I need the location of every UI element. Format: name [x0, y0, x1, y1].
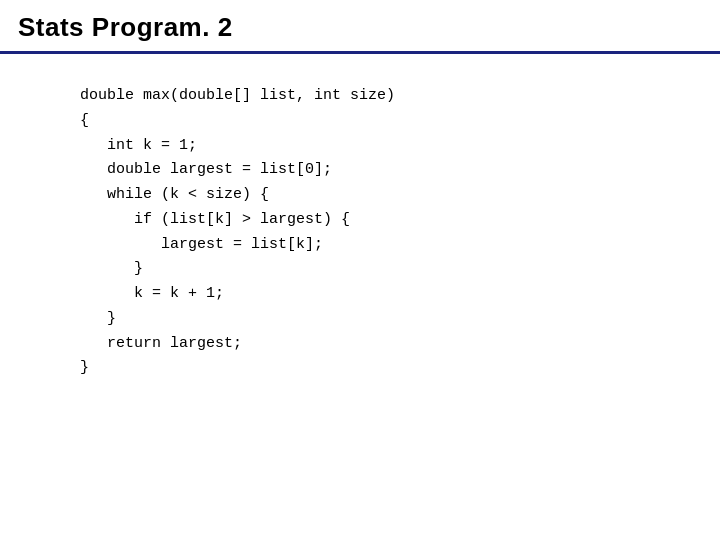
code-block: double max(double[] list, int size) { in…: [80, 84, 640, 381]
page-header: Stats Program. 2: [0, 0, 720, 54]
main-content: double max(double[] list, int size) { in…: [0, 54, 720, 411]
page-title: Stats Program. 2: [18, 12, 233, 42]
